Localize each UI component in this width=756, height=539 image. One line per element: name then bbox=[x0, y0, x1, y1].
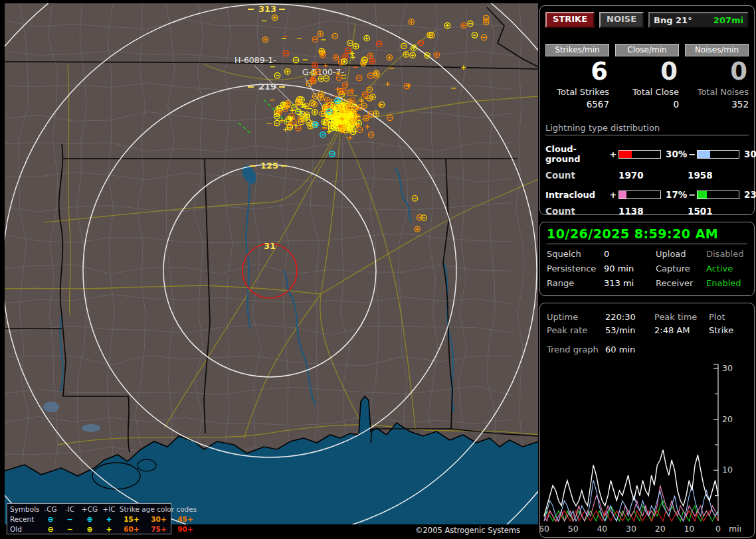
legend-col-ic-pos: +IC bbox=[100, 504, 118, 514]
receiver-value: Enabled bbox=[706, 278, 747, 288]
plot-label: Plot bbox=[709, 312, 747, 322]
minus-sign: − bbox=[688, 190, 697, 200]
strike-symbol-glyph: ⊕ bbox=[79, 514, 100, 524]
strike-button[interactable]: STRIKE bbox=[545, 12, 595, 28]
svg-text:125: 125 bbox=[260, 161, 278, 171]
plus-sign: + bbox=[608, 190, 618, 200]
plot-value: Strike bbox=[709, 325, 747, 335]
total-close-label: Total Close bbox=[632, 87, 679, 97]
x-tick-label: 60 bbox=[540, 524, 549, 534]
x-tick-label: 40 bbox=[597, 524, 607, 534]
lake bbox=[43, 402, 59, 412]
strike-symbol-glyph: ⊖ bbox=[41, 524, 60, 534]
cg-pos-count: 1970 bbox=[618, 170, 688, 181]
uptime-label: Uptime bbox=[547, 312, 605, 322]
lightning-map: 31321912531H-6089-1-G-5100-7- bbox=[5, 3, 538, 524]
strike-symbol-glyph: − bbox=[60, 514, 79, 524]
svg-text:313: 313 bbox=[258, 4, 276, 14]
legend-recent-row: Recent⊖−⊕+15+30+45+ bbox=[10, 514, 168, 524]
legend-symbols-title: Symbols bbox=[10, 504, 41, 514]
strike-symbol-glyph: ⊖ bbox=[41, 514, 60, 524]
minus-sign: − bbox=[688, 149, 697, 159]
legend-col-ic-neg: -IC bbox=[60, 504, 79, 514]
ic-neg-pct: 23% bbox=[741, 189, 756, 200]
x-tick-label: 50 bbox=[568, 524, 579, 534]
intracloud-row: Intracloud + 17% − 23% bbox=[545, 189, 749, 200]
peak-rate-label: Peak rate bbox=[547, 325, 605, 335]
close-counter-column: Close/min 0 Total Close 0 bbox=[615, 44, 679, 110]
close-per-min-chip: Close/min bbox=[615, 44, 679, 56]
counters-panel: STRIKE NOISE Bng 21° 207mi Strikes/min 6… bbox=[539, 5, 755, 215]
count-label: Count bbox=[545, 206, 608, 216]
legend-age-title: Strike age color codes bbox=[118, 504, 199, 514]
peak-rate-value: 53/min bbox=[605, 325, 654, 335]
nexstorm-app: { "header": { "strike_label": "STRIKE", … bbox=[0, 0, 756, 539]
squelch-label: Squelch bbox=[547, 249, 604, 259]
ic-pos-bar bbox=[618, 191, 661, 199]
plus-sign: + bbox=[608, 149, 618, 159]
bearing-label: Bng 21° bbox=[654, 15, 692, 25]
svg-text:H-6089-1-: H-6089-1- bbox=[235, 55, 276, 65]
x-unit-label: min bbox=[729, 524, 741, 534]
bearing-distance: 207mi bbox=[713, 15, 743, 25]
age-code: 15+ bbox=[118, 514, 145, 524]
close-per-min-value: 0 bbox=[660, 58, 678, 86]
cloud-ground-count-row: Count 1970 1958 bbox=[545, 170, 749, 181]
cg-neg-bar bbox=[697, 150, 739, 159]
cg-pos-pct: 30% bbox=[662, 149, 688, 159]
capture-value: Active bbox=[706, 264, 747, 273]
lake bbox=[138, 459, 156, 471]
range-label: Range bbox=[547, 278, 604, 288]
legend-row-label: Old bbox=[10, 524, 41, 534]
legend-col-cg-neg: -CG bbox=[41, 504, 60, 514]
ic-neg-bar bbox=[697, 191, 739, 199]
strike-symbol-glyph: ⊕ bbox=[79, 524, 100, 534]
total-noises-label: Total Noises bbox=[698, 87, 749, 97]
datetime-display: 10/26/2025 8:59:20 AM bbox=[547, 226, 747, 244]
peak-time-label: Peak time bbox=[654, 312, 709, 322]
strike-symbol-glyph: + bbox=[100, 524, 118, 534]
intracloud-label: Intracloud bbox=[545, 190, 608, 200]
total-strikes-value: 6567 bbox=[587, 99, 609, 110]
count-label: Count bbox=[545, 170, 608, 181]
y-tick-label: 10 bbox=[722, 465, 733, 475]
svg-text:31: 31 bbox=[264, 241, 276, 251]
trend-graph-row: Trend graph 60 min bbox=[547, 345, 747, 354]
ic-pos-count: 1138 bbox=[618, 206, 688, 216]
status-row-2: Persistence 90 min Capture Active bbox=[547, 264, 747, 273]
cg-pos-bar bbox=[618, 150, 661, 159]
y-tick-label: 30 bbox=[722, 363, 733, 373]
noise-button[interactable]: NOISE bbox=[599, 12, 644, 28]
session-row-1: Uptime 220:30 Peak time Plot bbox=[547, 312, 747, 322]
legend-old-row: Old⊖−⊕+60+75+90+ bbox=[10, 524, 168, 534]
strikes-counter-column: Strikes/min 6 Total Strikes 6567 bbox=[545, 44, 609, 110]
status-panel: 10/26/2025 8:59:20 AM Squelch 0 Upload D… bbox=[539, 222, 755, 296]
upload-label: Upload bbox=[656, 249, 706, 259]
receiver-label: Receiver bbox=[656, 278, 706, 288]
status-row-3: Range 313 mi Receiver Enabled bbox=[547, 278, 747, 288]
trend-graph-label: Trend graph bbox=[547, 345, 605, 354]
cloud-ground-label: Cloud-ground bbox=[545, 144, 608, 164]
mode-button-row: STRIKE NOISE Bng 21° 207mi bbox=[545, 12, 749, 28]
y-tick-label: 20 bbox=[722, 414, 733, 424]
cloud-ground-row: Cloud-ground + 30% − 30% bbox=[545, 144, 749, 164]
lake bbox=[82, 424, 100, 432]
legend-col-cg-pos: +CG bbox=[79, 504, 100, 514]
age-code: 75+ bbox=[145, 524, 172, 534]
strikes-per-min-chip: Strikes/min bbox=[545, 44, 609, 56]
age-code: 30+ bbox=[145, 514, 172, 524]
squelch-value: 0 bbox=[604, 249, 656, 259]
total-strikes-label: Total Strikes bbox=[557, 87, 609, 97]
age-code: 90+ bbox=[172, 524, 199, 534]
side-panel: STRIKE NOISE Bng 21° 207mi Strikes/min 6… bbox=[539, 5, 755, 538]
intracloud-count-row: Count 1138 1501 bbox=[545, 206, 749, 216]
peak-time-value: 2:48 AM bbox=[654, 325, 709, 335]
cg-neg-pct: 30% bbox=[741, 149, 756, 159]
strike-symbol-glyph: + bbox=[100, 514, 118, 524]
x-tick-label: 10 bbox=[684, 524, 694, 534]
x-tick-label: 30 bbox=[626, 524, 636, 534]
cg-neg-count: 1958 bbox=[688, 170, 756, 181]
uptime-value: 220:30 bbox=[605, 312, 654, 322]
ring-distance-label: 31 bbox=[264, 241, 276, 251]
noises-per-min-chip: Noises/min bbox=[685, 44, 749, 56]
